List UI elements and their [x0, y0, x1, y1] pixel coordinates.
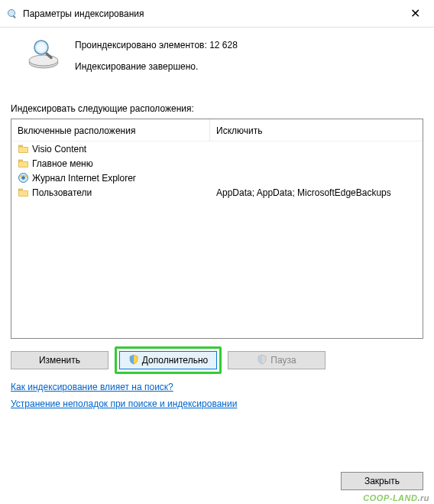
close-icon[interactable]: ✕	[404, 5, 426, 22]
advanced-button[interactable]: Дополнительно	[119, 351, 217, 369]
pause-label: Пауза	[270, 355, 296, 366]
svg-point-3	[29, 55, 58, 66]
indexing-complete: Индексирование завершено.	[75, 61, 238, 72]
footer: Закрыть	[341, 472, 423, 490]
exclude-cell	[210, 156, 423, 171]
watermark: COOP-LAND.ru	[363, 493, 429, 502]
exclude-cell: AppData; AppData; MicrosoftEdgeBackups	[210, 185, 423, 200]
button-row: Изменить Дополнительно Пауза	[11, 346, 423, 374]
svg-point-5	[37, 43, 46, 52]
locations-table: Включенные расположения Исключить Visio …	[11, 119, 423, 339]
modify-label: Изменить	[39, 355, 80, 366]
included-cell: Журнал Internet Explorer	[11, 171, 210, 185]
table-row[interactable]: Visio Content	[11, 141, 423, 156]
svg-rect-8	[19, 160, 23, 161]
close-button[interactable]: Закрыть	[341, 472, 423, 490]
locations-rows: Visio ContentГлавное менюЖурнал Internet…	[11, 141, 423, 338]
link-troubleshoot[interactable]: Устранение неполадок при поиске и индекс…	[11, 398, 237, 409]
exclude-cell	[210, 171, 423, 185]
magnifier-drive-icon	[26, 38, 61, 73]
svg-rect-11	[19, 189, 23, 190]
included-cell: Visio Content	[11, 141, 210, 156]
ie-icon	[18, 172, 29, 184]
status-area: Проиндексировано элементов: 12 628 Индек…	[0, 28, 434, 80]
locations-header: Включенные расположения Исключить	[11, 119, 423, 141]
table-row[interactable]: Главное меню	[11, 156, 423, 171]
svg-point-0	[8, 9, 15, 16]
index-window-icon	[6, 8, 18, 20]
indexed-label: Проиндексировано элементов:	[75, 40, 207, 50]
location-name: Пользователи	[32, 187, 92, 198]
folder-icon	[18, 143, 29, 154]
location-name: Visio Content	[32, 144, 86, 154]
svg-point-10	[21, 176, 25, 180]
link-how-indexing-affects[interactable]: Как индексирование влияет на поиск?	[11, 382, 173, 392]
table-row[interactable]: Журнал Internet Explorer	[11, 171, 423, 185]
indexed-count: 12 628	[209, 40, 238, 50]
col-excluded[interactable]: Исключить	[210, 119, 423, 141]
location-name: Главное меню	[32, 158, 93, 169]
window-title: Параметры индексирования	[23, 8, 144, 19]
locations-label: Индексировать следующие расположения:	[0, 80, 434, 119]
titlebar-left: Параметры индексирования	[6, 8, 144, 20]
svg-rect-7	[19, 145, 23, 147]
status-text: Проиндексировано элементов: 12 628 Индек…	[75, 38, 238, 72]
shield-icon	[128, 354, 139, 367]
advanced-label: Дополнительно	[142, 355, 208, 366]
advanced-highlight: Дополнительно	[115, 346, 222, 374]
titlebar: Параметры индексирования ✕	[0, 0, 434, 28]
location-name: Журнал Internet Explorer	[32, 173, 136, 184]
folder-icon	[18, 187, 29, 198]
included-cell: Главное меню	[11, 156, 210, 171]
indexed-count-line: Проиндексировано элементов: 12 628	[75, 40, 238, 50]
shield-icon	[257, 354, 267, 367]
included-cell: Пользователи	[11, 185, 210, 200]
folder-icon	[18, 158, 29, 169]
modify-button[interactable]: Изменить	[11, 351, 108, 369]
col-included[interactable]: Включенные расположения	[11, 119, 210, 141]
pause-button: Пауза	[228, 351, 326, 369]
exclude-cell	[210, 141, 423, 156]
table-row[interactable]: ПользователиAppData; AppData; MicrosoftE…	[11, 185, 423, 200]
links-block: Как индексирование влияет на поиск? Устр…	[11, 382, 423, 415]
